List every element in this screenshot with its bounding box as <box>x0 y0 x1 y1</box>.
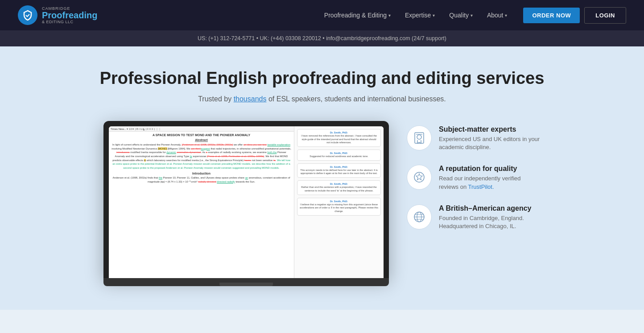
hero-section: Professional English proofreading and ed… <box>0 46 644 310</box>
doc-intro-heading: Introduction <box>111 172 291 175</box>
feature-quality: A reputation for quality Read our indepe… <box>407 165 541 191</box>
comment-3: Dr. Smith, PhD: This acronym needs to be… <box>297 163 381 178</box>
comment-2: Dr. Smith, PhD: Suggested for reduced wo… <box>297 150 381 161</box>
nav-item-proofreading[interactable]: Proofreading & Editing ▾ <box>317 8 398 22</box>
comment-author-1: Dr. Smith, PhD: <box>300 131 378 134</box>
comment-text-4: Rather than end this sentence with a pre… <box>300 186 378 192</box>
feature-experts-title: Subject-matter experts <box>439 125 541 133</box>
feature-quality-text: A reputation for quality Read our indepe… <box>439 165 541 191</box>
quality-icon-circle <box>407 165 432 190</box>
laptop-screen: Times New... ▾ 10 ▾ | B I U A̲ | ≡ ≡ ≡ |… <box>103 121 389 278</box>
feature-experts-desc: Experienced US and UK editors in your ac… <box>439 135 541 151</box>
thousands-link[interactable]: thousands <box>234 95 267 103</box>
svg-marker-4 <box>416 174 422 180</box>
feature-experts-text: Subject-matter experts Experienced US an… <box>439 125 541 151</box>
features-list: Subject-matter experts Experienced US an… <box>407 121 541 230</box>
feature-quality-desc: Read our independently verified reviews … <box>439 175 541 191</box>
feature-quality-title: A reputation for quality <box>439 165 541 173</box>
certificate-icon <box>413 131 426 145</box>
feature-agency-text: A British–American agency Founded in Cam… <box>439 204 541 230</box>
subtitle-suffix: of ESL speakers, students and internatio… <box>266 95 446 103</box>
comment-author-4: Dr. Smith, PhD: <box>300 183 378 185</box>
comment-author-3: Dr. Smith, PhD: <box>300 166 378 168</box>
doc-toolbar: Times New... ▾ 10 ▾ | B I U A̲ | ≡ ≡ ≡ |… <box>109 126 294 132</box>
globe-icon <box>413 210 426 224</box>
logo-proofreading: Proofreading <box>42 11 97 20</box>
logo-icon <box>18 5 37 25</box>
chevron-down-icon: ▾ <box>433 13 435 18</box>
logo-editing: & EDITING LLC <box>42 20 97 24</box>
svg-point-1 <box>417 135 421 139</box>
main-nav: Proofreading & Editing ▾ Expertise ▾ Qua… <box>317 8 515 22</box>
comment-1: Dr. Smith, PhD: I have removed the refer… <box>297 129 381 147</box>
agency-icon-circle <box>407 204 432 229</box>
login-button[interactable]: LOGIN <box>584 7 626 24</box>
subtitle-prefix: Trusted by <box>198 95 233 103</box>
feature-agency-desc-text: Founded in Cambridge, England. Headquart… <box>439 215 524 229</box>
comments-panel: Dr. Smith, PhD: I have removed the refer… <box>294 126 384 278</box>
hero-content: Times New... ▾ 10 ▾ | B I U A̲ | ≡ ≡ ≡ |… <box>18 121 626 286</box>
contact-info: US: (+1) 312-724-5771 • UK: (+44) 03308 … <box>198 35 446 42</box>
feature-experts-desc-text: Experienced US and UK editors in your ac… <box>439 136 540 150</box>
trustpilot-link[interactable]: TrustPilot. <box>468 183 494 190</box>
comment-author-5: Dr. Smith, PhD: <box>300 200 378 203</box>
comment-text-1: I have removed the references from the a… <box>300 134 378 145</box>
chevron-down-icon: ▾ <box>471 13 473 18</box>
nav-item-expertise[interactable]: Expertise ▾ <box>398 8 442 22</box>
chevron-down-icon: ▾ <box>388 13 391 18</box>
header: CAMBRIDGE Proofreading & EDITING LLC Pro… <box>0 0 644 30</box>
star-badge-icon <box>413 171 426 184</box>
chevron-down-icon: ▾ <box>505 13 507 18</box>
comment-text-5: I believe that a negative sign is missin… <box>300 203 378 213</box>
info-bar: US: (+1) 312-724-5771 • UK: (+44) 03308 … <box>0 30 644 46</box>
doc-intro-text: Anderson et al. (1998, 2002a) finds that… <box>111 176 291 183</box>
document-panel: Times New... ▾ 10 ▾ | B I U A̲ | ≡ ≡ ≡ |… <box>109 126 294 278</box>
comment-text-2: Suggested for reduced wordiness and acad… <box>300 155 378 158</box>
logo[interactable]: CAMBRIDGE Proofreading & EDITING LLC <box>18 5 97 25</box>
logo-text: CAMBRIDGE Proofreading & EDITING LLC <box>42 6 97 24</box>
document-title: A SPACE MISSION TO TEST MOND AND THE PIO… <box>111 133 291 137</box>
hero-subtitle: Trusted by thousands of ESL speakers, st… <box>18 95 626 103</box>
screen-content: Times New... ▾ 10 ▾ | B I U A̲ | ≡ ≡ ≡ |… <box>109 126 384 278</box>
feature-agency-desc: Founded in Cambridge, England. Headquart… <box>439 214 541 230</box>
comment-text-3: This acronym needs to be defined here fo… <box>300 169 378 175</box>
laptop-mockup: Times New... ▾ 10 ▾ | B I U A̲ | ≡ ≡ ≡ |… <box>103 121 389 286</box>
comment-5: Dr. Smith, PhD: I believe that a negativ… <box>297 198 381 216</box>
order-now-button[interactable]: ORDER NOW <box>523 8 580 23</box>
feature-agency: A British–American agency Founded in Cam… <box>407 204 541 230</box>
comment-author-2: Dr. Smith, PhD: <box>300 152 378 154</box>
doc-abstract-heading: Abstract <box>195 138 207 142</box>
nav-item-about[interactable]: About ▾ <box>480 8 515 22</box>
experts-icon-circle <box>407 125 432 150</box>
feature-experts: Subject-matter experts Experienced US an… <box>407 125 541 151</box>
laptop-base <box>103 278 389 286</box>
doc-abstract-text: In light of current efforts to understan… <box>111 143 291 170</box>
comment-4: Dr. Smith, PhD: Rather than end this sen… <box>297 180 381 195</box>
feature-agency-title: A British–American agency <box>439 204 541 212</box>
hero-title: Professional English proofreading and ed… <box>18 69 626 88</box>
nav-item-quality[interactable]: Quality ▾ <box>442 8 480 22</box>
